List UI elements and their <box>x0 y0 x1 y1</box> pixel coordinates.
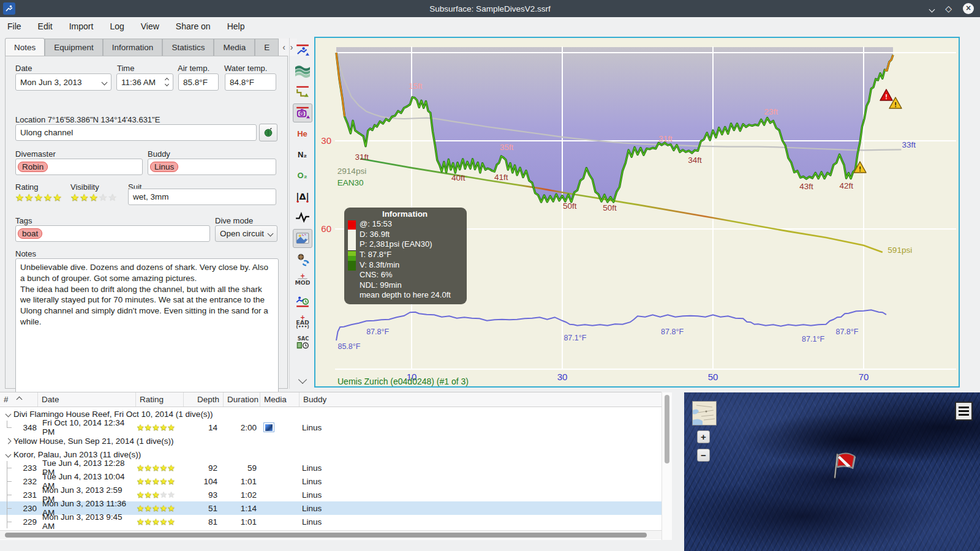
dive-list-vscrollbar[interactable] <box>662 392 672 540</box>
watertemp-field[interactable]: 84.8°F <box>225 73 276 91</box>
helium-pp-icon[interactable]: He <box>293 124 312 143</box>
mod-icon[interactable]: +MOD <box>293 271 312 290</box>
tree-connector <box>0 515 16 528</box>
divemode-select[interactable]: Open circuit <box>215 225 277 242</box>
menu-help[interactable]: Help <box>227 21 245 31</box>
menu-edit[interactable]: Edit <box>38 21 53 31</box>
column-header-rating[interactable]: Rating <box>136 392 184 407</box>
dive-number: 233 <box>16 463 37 473</box>
trip-label: Yellow House, Sun Sep 21, 2014 (1 dive(s… <box>13 437 173 446</box>
column-header-date[interactable]: Date <box>38 392 136 407</box>
tree-connector <box>0 421 16 434</box>
gas-delta-icon[interactable]: |Δ| <box>293 187 312 206</box>
dive-duration: 2:00 <box>222 423 259 432</box>
dive-media <box>259 422 298 432</box>
buddy-field[interactable]: Linus <box>148 159 276 175</box>
dc-ceiling-icon[interactable] <box>293 40 312 59</box>
menu-file[interactable]: File <box>7 21 21 31</box>
column-header-depth[interactable]: Depth <box>184 392 224 407</box>
dive-duration: 59 <box>222 463 259 473</box>
map-menu-button[interactable] <box>955 402 973 421</box>
toolbar-scroll-down-icon[interactable] <box>293 370 312 389</box>
tab-statistics[interactable]: Statistics <box>162 39 214 56</box>
column-header-buddy[interactable]: Buddy <box>300 392 662 407</box>
tab-scroll-left[interactable]: ‹ <box>282 42 285 52</box>
time-label: Time <box>117 64 134 73</box>
minimize-button[interactable] <box>930 3 934 14</box>
window-titlebar: Subsurface: SampleDivesV2.ssrf ◇ × <box>0 0 980 17</box>
deco-diver-icon[interactable] <box>293 291 312 310</box>
column-header-number[interactable]: # <box>0 392 38 407</box>
divemaster-field[interactable]: Robin <box>15 159 143 175</box>
tank-pressure-icon[interactable] <box>293 103 312 122</box>
tab-equipment[interactable]: Equipment <box>45 39 103 56</box>
close-button[interactable]: × <box>963 3 974 14</box>
airtemp-field[interactable]: 85.8°F <box>178 73 219 91</box>
date-combobox[interactable]: Mon Jun 3, 2013 <box>15 73 111 91</box>
tags-field[interactable]: boat <box>15 225 210 242</box>
nitrogen-pp-icon[interactable]: N₂ <box>293 145 312 164</box>
collapse-icon[interactable] <box>4 452 12 457</box>
column-header-duration[interactable]: Duration <box>224 392 260 407</box>
dive-row[interactable]: 348Fri Oct 10, 2014 12:34 PM★★★★★142:00L… <box>0 421 662 434</box>
divemaster-label: Divemaster <box>15 149 56 159</box>
ceiling-steps-icon[interactable] <box>293 82 312 101</box>
dive-date: Mon Jun 3, 2013 9:45 AM <box>37 512 135 531</box>
expand-icon[interactable] <box>4 439 12 443</box>
map-zoom-in-button[interactable]: + <box>697 430 710 443</box>
date-label: Date <box>15 64 32 73</box>
dive-depth: 51 <box>183 504 222 513</box>
dive-computer-label: Uemis Zurich (e04d0248) (#1 of 3) <box>337 377 469 386</box>
collapse-icon[interactable] <box>4 412 12 416</box>
dive-profile-panel[interactable]: 31ft15ft40ft41ft35ft50ft50ft31ft34ft23ft… <box>314 37 960 388</box>
time-spinbox[interactable]: 11:36 AM <box>116 73 173 91</box>
tab-media[interactable]: Media <box>214 39 255 56</box>
dive-date: Fri Oct 10, 2014 12:34 PM <box>37 418 135 437</box>
notes-tabbar: NotesEquipmentInformationStatisticsMedia… <box>5 38 288 56</box>
visibility-stars[interactable]: ★★★★★ <box>70 192 118 203</box>
dive-number: 231 <box>16 490 37 500</box>
dive-list-header[interactable]: #DateRatingDepthDurationMediaBuddy <box>0 392 662 407</box>
map-overview-thumbnail[interactable] <box>692 401 717 425</box>
suit-field[interactable]: wet, 3mm <box>128 189 276 205</box>
star-icon: ★ <box>70 192 80 203</box>
map-zoom-out-button[interactable]: − <box>697 449 710 462</box>
menu-share-on[interactable]: Share on <box>176 21 211 31</box>
dive-flag-marker[interactable] <box>829 449 859 486</box>
column-header-media[interactable]: Media <box>260 392 300 407</box>
location-field[interactable]: Ulong channel <box>15 124 257 141</box>
dive-list-hscrollbar[interactable] <box>0 530 662 539</box>
sac-icon[interactable]: SAC <box>293 334 312 353</box>
notes-textarea[interactable]: Unbelievable dive. Dozens and dozens of … <box>15 258 279 399</box>
menu-import[interactable]: Import <box>69 21 94 31</box>
svg-text:!: ! <box>859 165 861 173</box>
maximize-button[interactable]: ◇ <box>945 4 952 13</box>
pressure-annotation: 591psi <box>888 246 912 255</box>
tab-notes[interactable]: Notes <box>5 38 45 56</box>
menu-log[interactable]: Log <box>110 21 124 31</box>
rating-stars[interactable]: ★★★★★ <box>15 192 62 203</box>
heart-rate-icon[interactable] <box>293 208 312 227</box>
media-photo-icon[interactable] <box>263 422 274 432</box>
tab-information[interactable]: Information <box>103 39 163 56</box>
time-spin-buttons[interactable] <box>165 78 168 86</box>
dive-site-map[interactable]: + − <box>684 392 980 551</box>
trip-row[interactable]: Yellow House, Sun Sep 21, 2014 (1 dive(s… <box>0 434 662 448</box>
temperature-annotation: 87.8°F <box>835 328 858 336</box>
dive-location-icon[interactable] <box>293 250 312 269</box>
oxygen-pp-icon[interactable]: O₂ <box>293 166 312 185</box>
show-photos-icon[interactable] <box>293 229 312 248</box>
edit-location-button[interactable] <box>259 124 277 141</box>
divemaster-chip[interactable]: Robin <box>18 162 48 172</box>
dive-depth: 14 <box>183 423 222 432</box>
buddy-chip[interactable]: Linus <box>150 162 178 172</box>
calculated-ceiling-icon[interactable] <box>293 61 312 80</box>
tag-chip[interactable]: boat <box>18 228 42 239</box>
depth-annotation: 50ft <box>603 203 617 212</box>
tab-e[interactable]: E <box>255 39 279 56</box>
dive-rating-stars: ★★★★★ <box>135 490 183 500</box>
menu-view[interactable]: View <box>141 21 159 31</box>
depth-annotation: 42ft <box>839 181 853 190</box>
ead-icon[interactable]: +EAD(•••) <box>293 312 312 331</box>
dive-row[interactable]: 229Mon Jun 3, 2013 9:45 AM★★★★★811:01Lin… <box>0 515 662 528</box>
